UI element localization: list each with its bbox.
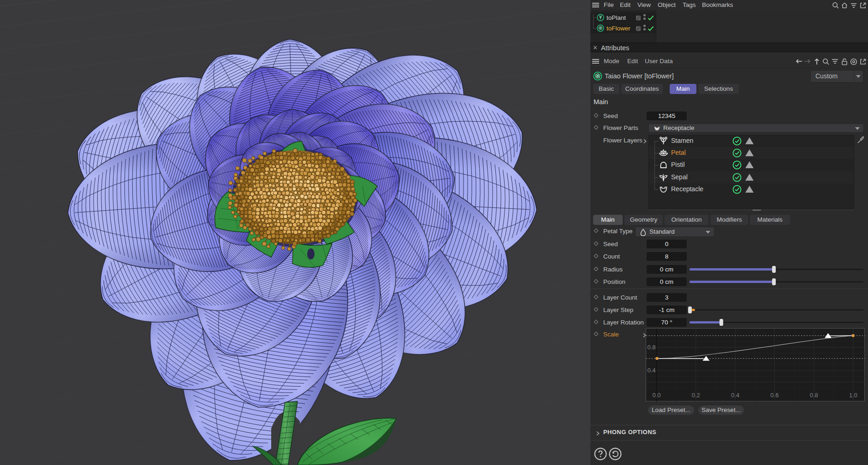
svg-text:0.4: 0.4 [647,367,655,374]
svg-text:0.8: 0.8 [647,344,655,351]
svg-text:0.0: 0.0 [652,392,660,399]
svg-text:1.0: 1.0 [849,392,857,399]
svg-text:0.4: 0.4 [731,392,739,399]
svg-text:0.2: 0.2 [692,392,700,399]
svg-text:0.6: 0.6 [770,392,779,399]
svg-text:0.8: 0.8 [810,392,818,399]
